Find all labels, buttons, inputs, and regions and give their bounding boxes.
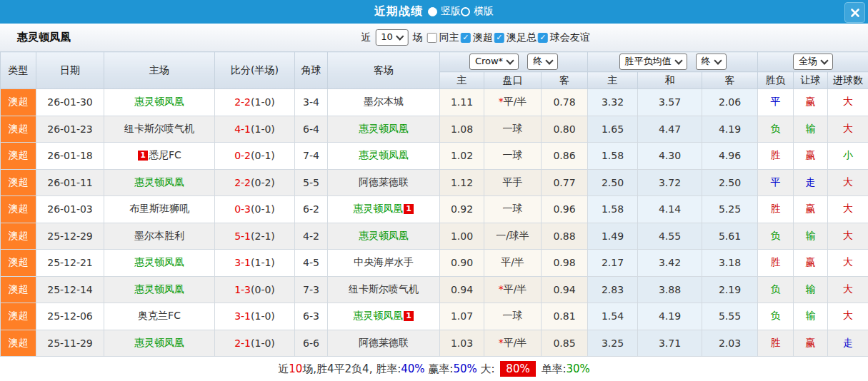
- away-team-cell: 中央海岸水手: [328, 250, 440, 277]
- avg-draw-odds-cell: 4.14: [638, 196, 702, 223]
- corner-cell: 6-6: [295, 330, 328, 357]
- corner-cell: 6-4: [295, 116, 328, 143]
- avg-away-odds-cell: 4.19: [702, 116, 758, 143]
- recent-count-select[interactable]: 10: [375, 29, 409, 45]
- away-team-cell: 惠灵顿凤凰1: [328, 303, 440, 330]
- crown-away-odds-cell: 0.78: [542, 89, 588, 116]
- goals-result-cell: 大: [828, 89, 868, 116]
- halftime-score: (0-2): [251, 177, 275, 188]
- handicap-cell: *平/半: [484, 276, 542, 303]
- results-table: 类型 日期 主场 比分(半场) 角球 客场 Crow* 终: [0, 51, 868, 357]
- fulltime-score: 0-3: [234, 203, 251, 215]
- away-team-name: 纽卡斯尔喷气机: [349, 283, 419, 295]
- summary-text: 单率:: [538, 362, 567, 376]
- handicap-result-cell: 输: [794, 116, 828, 143]
- handicap-result-cell: 赢: [794, 330, 828, 357]
- titlebar-center: 近期战绩 竖版横版: [374, 4, 494, 19]
- crown-away-odds-cell: 0.81: [542, 303, 588, 330]
- league-cell: 澳超: [1, 116, 36, 143]
- team-name: 惠灵顿凤凰: [0, 31, 71, 44]
- bookmaker-state-select[interactable]: 终: [527, 54, 558, 69]
- handicap-cell: 平手: [484, 169, 542, 196]
- avg-draw-odds-cell: 4.30: [638, 143, 702, 170]
- bookmaker-group-header: Crow* 终: [440, 52, 588, 72]
- avg-away-odds-cell: 2.19: [702, 276, 758, 303]
- checkbox-label: 同主: [439, 31, 459, 44]
- x-icon: [849, 7, 861, 19]
- fulltime-score: 5-1: [234, 230, 251, 242]
- filter-checkbox-option[interactable]: 球会友谊: [538, 31, 590, 44]
- bookmaker-select[interactable]: Crow*: [469, 54, 519, 69]
- corner-cell: 7-4: [295, 143, 328, 170]
- col-header-score: 比分(半场): [215, 52, 295, 89]
- avg-draw-odds-cell: 3.72: [638, 169, 702, 196]
- away-team-cell: 阿德莱德联: [328, 169, 440, 196]
- home-team-name: 惠灵顿凤凰: [134, 256, 184, 268]
- home-team-cell: 1悉尼FC: [104, 143, 215, 170]
- layout-radio-horizontal[interactable]: 横版: [461, 5, 494, 18]
- home-team-name: 墨尔本胜利: [134, 230, 184, 241]
- result-cell: 胜: [758, 196, 794, 223]
- league-cell: 澳超: [1, 223, 36, 250]
- layout-radio-group: 竖版横版: [428, 5, 494, 19]
- close-button[interactable]: [844, 2, 865, 23]
- crown-home-odds-cell: 1.07: [440, 303, 484, 330]
- league-cell: 澳超: [1, 276, 36, 303]
- result-cell: 负: [758, 223, 794, 250]
- fulltime-score: 4-1: [234, 123, 251, 135]
- crown-away-odds-cell: 0.88: [542, 223, 588, 250]
- handicap-cell: 一球: [484, 116, 542, 143]
- avg-odds-select[interactable]: 胜平负均值: [619, 54, 687, 69]
- subcol-handicap: 盘口: [484, 72, 542, 89]
- score-cell: 4-1(1-0): [215, 116, 295, 143]
- table-row: 澳超26-01-11惠灵顿凤凰2-2(0-2)5-5阿德莱德联1.12平手0.7…: [1, 169, 868, 196]
- avg-away-odds-cell: 2.03: [702, 330, 758, 357]
- filter-checkbox-option[interactable]: 同主: [427, 31, 459, 44]
- asterisk-mark: *: [499, 283, 504, 295]
- crown-home-odds-cell: 1.03: [440, 330, 484, 357]
- handicap-cell: *平/半: [484, 330, 542, 357]
- goals-result-cell: 大: [828, 276, 868, 303]
- avg-odds-state-select[interactable]: 终: [696, 54, 727, 69]
- home-team-name: 奥克兰FC: [138, 310, 181, 321]
- checkbox-label: 球会友谊: [550, 31, 590, 44]
- handicap-cell: 一/球半: [484, 223, 542, 250]
- col-header-home: 主场: [104, 52, 215, 89]
- recent-label: 近: [361, 31, 371, 44]
- handicap-cell: 一球: [484, 196, 542, 223]
- radio-label: 竖版: [441, 5, 461, 18]
- avg-home-odds-cell: 1.49: [588, 223, 638, 250]
- crown-away-odds-cell: 0.96: [542, 196, 588, 223]
- titlebar: 近期战绩 竖版横版: [0, 0, 868, 24]
- avg-draw-odds-cell: 3.42: [638, 250, 702, 277]
- score-cell: 1-3(0-0): [215, 276, 295, 303]
- corner-cell: 3-4: [295, 89, 328, 116]
- chevron-down-icon: [545, 56, 553, 64]
- crown-home-odds-cell: 1.12: [440, 169, 484, 196]
- scope-select[interactable]: 全场: [793, 54, 833, 69]
- halftime-score: (1-0): [251, 96, 275, 108]
- away-team-cell: 纽卡斯尔喷气机: [328, 276, 440, 303]
- goals-result-cell: 小: [828, 143, 868, 170]
- layout-radio-vertical[interactable]: 竖版: [428, 5, 461, 18]
- away-team-cell: 惠灵顿凤凰1: [328, 196, 440, 223]
- avg-draw-odds-cell: 3.88: [638, 276, 702, 303]
- handicap-result-cell: 赢: [794, 89, 828, 116]
- filter-checkbox-option[interactable]: 澳超: [461, 31, 493, 44]
- corner-cell: 6-3: [295, 303, 328, 330]
- crown-away-odds-cell: 0.80: [542, 116, 588, 143]
- date-cell: 25-12-06: [36, 303, 104, 330]
- league-cell: 澳超: [1, 89, 36, 116]
- away-team-name: 惠灵顿凤凰: [353, 203, 403, 214]
- avg-draw-odds-cell: 3.71: [638, 330, 702, 357]
- avg-home-odds-cell: 3.32: [588, 89, 638, 116]
- handicap-result-cell: 输: [794, 303, 828, 330]
- avg-away-odds-cell: 5.55: [702, 303, 758, 330]
- filter-checkbox-option[interactable]: 澳足总: [494, 31, 537, 44]
- summary-text: 10: [289, 362, 302, 375]
- corner-cell: 5-5: [295, 169, 328, 196]
- league-cell: 澳超: [1, 330, 36, 357]
- subcol-crown-home: 主: [440, 72, 484, 89]
- fulltime-score: 2-2: [234, 177, 251, 188]
- crown-away-odds-cell: 0.77: [542, 169, 588, 196]
